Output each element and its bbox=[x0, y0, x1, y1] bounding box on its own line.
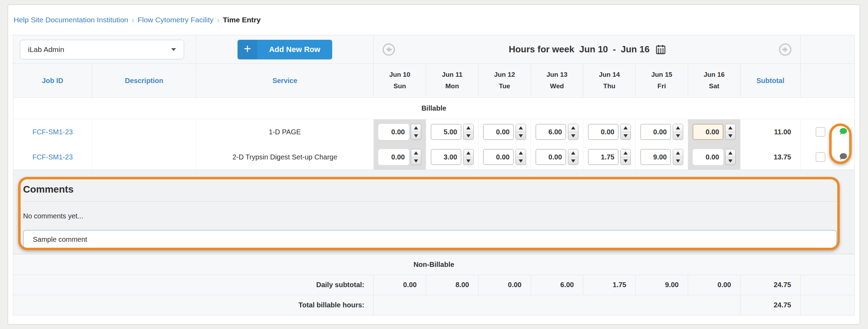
stepper-down-icon[interactable] bbox=[568, 132, 578, 140]
stepper-down-icon[interactable] bbox=[621, 157, 630, 165]
stepper-down-icon[interactable] bbox=[568, 157, 578, 165]
non-billable-section-label: Non-Billable bbox=[13, 254, 854, 275]
stepper-down-icon[interactable] bbox=[725, 157, 735, 165]
time-entry-table: iLab Admin + Add New Row Hours for week … bbox=[13, 35, 855, 315]
previous-week-icon[interactable] bbox=[382, 43, 395, 56]
hours-cell bbox=[479, 119, 531, 144]
hours-input[interactable] bbox=[693, 149, 723, 165]
row-checkbox[interactable] bbox=[816, 152, 825, 162]
stepper-up-icon[interactable] bbox=[673, 149, 683, 157]
hours-input[interactable] bbox=[431, 124, 461, 140]
row-actions-cell bbox=[801, 119, 855, 144]
stepper-up-icon[interactable] bbox=[568, 149, 578, 157]
column-header-actions bbox=[801, 64, 855, 97]
calendar-icon[interactable] bbox=[656, 45, 665, 54]
stepper-down-icon[interactable] bbox=[411, 132, 421, 140]
hours-input[interactable] bbox=[431, 149, 461, 165]
column-header-description[interactable]: Description bbox=[125, 77, 163, 85]
hours-input[interactable] bbox=[535, 149, 566, 165]
stepper-up-icon[interactable] bbox=[621, 124, 630, 132]
hours-input[interactable] bbox=[588, 149, 619, 165]
hours-cell bbox=[374, 144, 426, 170]
hours-cell bbox=[531, 144, 583, 170]
stepper-up-icon[interactable] bbox=[725, 149, 735, 157]
hours-stepper bbox=[673, 124, 683, 140]
stepper-down-icon[interactable] bbox=[516, 132, 526, 140]
comments-title: Comments bbox=[23, 184, 839, 195]
time-entry-card: Help Site Documentation Institution › Fl… bbox=[8, 5, 860, 324]
hours-input[interactable] bbox=[640, 149, 671, 165]
daily-subtotal-value: 8.00 bbox=[426, 275, 479, 295]
stepper-down-icon[interactable] bbox=[411, 157, 421, 165]
stepper-up-icon[interactable] bbox=[411, 149, 421, 157]
total-billable-row: Total billable hours: 24.75 bbox=[13, 295, 854, 315]
row-checkbox[interactable] bbox=[816, 127, 825, 137]
hours-input[interactable] bbox=[378, 149, 409, 165]
stepper-up-icon[interactable] bbox=[568, 124, 578, 132]
add-new-row-button[interactable]: + Add New Row bbox=[238, 40, 332, 59]
week-start-date: Jun 10 bbox=[579, 44, 608, 55]
comments-panel: Comments No comments yet... bbox=[13, 170, 854, 254]
hours-input[interactable] bbox=[535, 124, 566, 140]
daily-subtotal-value: 1.75 bbox=[583, 275, 636, 295]
stepper-up-icon[interactable] bbox=[621, 149, 630, 157]
service-cell: 2-D Trypsin Digest Set-up Charge bbox=[232, 153, 337, 161]
comment-input[interactable] bbox=[23, 230, 837, 249]
column-header-job-id[interactable]: Job ID bbox=[42, 77, 63, 85]
stepper-up-icon[interactable] bbox=[464, 149, 473, 157]
toolbar-end-cell bbox=[801, 35, 855, 63]
total-billable-label: Total billable hours: bbox=[13, 295, 374, 315]
week-date-separator: - bbox=[613, 44, 616, 55]
user-role-select[interactable]: iLab Admin bbox=[20, 40, 184, 59]
table-row: FCF-SM1-23 1-D PAGE bbox=[13, 119, 854, 144]
hours-input[interactable] bbox=[483, 124, 514, 140]
daily-subtotal-total: 24.75 bbox=[741, 275, 801, 295]
stepper-down-icon[interactable] bbox=[621, 132, 630, 140]
stepper-up-icon[interactable] bbox=[516, 149, 526, 157]
hours-input[interactable] bbox=[588, 124, 619, 140]
hours-input[interactable] bbox=[483, 149, 514, 165]
week-title-prefix: Hours for week bbox=[509, 44, 574, 55]
stepper-up-icon[interactable] bbox=[464, 124, 473, 132]
stepper-down-icon[interactable] bbox=[516, 157, 526, 165]
hours-input[interactable] bbox=[378, 124, 409, 140]
column-header-subtotal[interactable]: Subtotal bbox=[757, 77, 785, 85]
stepper-up-icon[interactable] bbox=[516, 124, 526, 132]
breadcrumb-institution-link[interactable]: Help Site Documentation Institution bbox=[14, 16, 128, 24]
hours-stepper bbox=[516, 124, 526, 140]
row-subtotal: 13.75 bbox=[741, 144, 801, 170]
hours-stepper bbox=[568, 149, 578, 165]
gray-comment-bubble-icon[interactable] bbox=[839, 152, 848, 162]
chevron-down-icon bbox=[171, 48, 176, 51]
stepper-down-icon[interactable] bbox=[464, 132, 473, 140]
billable-section-label: Billable bbox=[13, 98, 854, 119]
job-id-link[interactable]: FCF-SM1-23 bbox=[32, 128, 73, 136]
job-id-link[interactable]: FCF-SM1-23 bbox=[32, 153, 73, 161]
stepper-up-icon[interactable] bbox=[673, 124, 683, 132]
hours-stepper bbox=[673, 149, 683, 165]
hours-input[interactable] bbox=[640, 124, 671, 140]
stepper-up-icon[interactable] bbox=[411, 124, 421, 132]
week-navigation: Hours for week Jun 10 - Jun 16 bbox=[374, 35, 801, 63]
stepper-down-icon[interactable] bbox=[464, 157, 473, 165]
column-header-service[interactable]: Service bbox=[272, 77, 297, 85]
stepper-down-icon[interactable] bbox=[725, 132, 735, 140]
hours-cell bbox=[636, 144, 688, 170]
hours-stepper bbox=[725, 124, 736, 140]
row-subtotal: 11.00 bbox=[741, 119, 801, 144]
breadcrumb-facility-link[interactable]: Flow Cytometry Facility bbox=[138, 16, 213, 24]
hours-cell bbox=[688, 144, 741, 170]
hours-cell bbox=[531, 119, 583, 144]
stepper-down-icon[interactable] bbox=[673, 132, 683, 140]
daily-subtotal-label: Daily subtotal: bbox=[13, 275, 374, 295]
billable-rows: FCF-SM1-23 1-D PAGE bbox=[13, 119, 854, 170]
stepper-up-icon[interactable] bbox=[725, 124, 735, 132]
stepper-down-icon[interactable] bbox=[673, 157, 683, 165]
comments-divider bbox=[23, 201, 839, 202]
hours-input[interactable] bbox=[693, 124, 723, 140]
description-cell bbox=[92, 144, 196, 170]
column-header-day: Jun 14Thu bbox=[583, 64, 636, 97]
next-week-icon[interactable] bbox=[779, 43, 792, 56]
green-comment-bubble-icon[interactable] bbox=[839, 127, 848, 136]
hours-cell bbox=[636, 119, 688, 144]
